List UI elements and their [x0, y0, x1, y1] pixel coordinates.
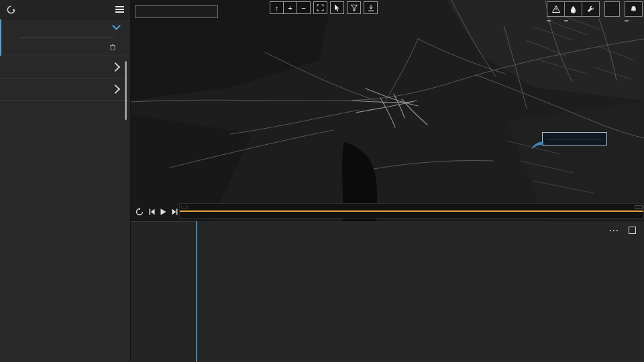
- restart-icon: [136, 208, 144, 216]
- skip-back-button[interactable]: [149, 208, 155, 215]
- sidebar: [0, 0, 131, 362]
- map-background: [131, 0, 644, 221]
- count-indicator[interactable]: [604, 1, 620, 17]
- reset-button[interactable]: [8, 40, 123, 52]
- alert-bar: [547, 1, 643, 17]
- download-icon: [368, 5, 374, 11]
- maximize-panel-icon[interactable]: [629, 227, 636, 234]
- timeline-current-label: [181, 206, 188, 208]
- trash-icon: [110, 44, 115, 50]
- filter-button[interactable]: [347, 1, 361, 14]
- sidebar-header: [0, 0, 130, 19]
- play-button[interactable]: [160, 208, 166, 215]
- site-popup: [542, 132, 607, 145]
- droplet-count-badge: [564, 20, 568, 21]
- maintenance-button[interactable]: [582, 1, 600, 17]
- app-logo-icon: [6, 5, 16, 15]
- timeline: [131, 199, 644, 221]
- fullscreen-button[interactable]: [313, 1, 327, 14]
- map-settings-section: [0, 19, 130, 56]
- restart-button[interactable]: [136, 208, 144, 216]
- panel-menu: [131, 221, 196, 362]
- date-range-section[interactable]: [0, 56, 130, 78]
- main-content: ↑ + −: [131, 0, 644, 362]
- map-toolbar: ↑ + −: [270, 1, 378, 14]
- cursor-icon: [334, 4, 340, 11]
- fullscreen-icon: [317, 4, 324, 11]
- sidebar-scrollbar[interactable]: [125, 61, 127, 120]
- bell-icon: [630, 5, 637, 13]
- warning-count-badge: [547, 20, 551, 21]
- map-key: [135, 5, 218, 18]
- wrench-icon: [587, 5, 594, 13]
- zoom-out-button[interactable]: −: [297, 1, 311, 14]
- play-icon: [160, 208, 166, 215]
- timeline-end-box: [635, 205, 643, 209]
- timeline-track: [180, 210, 643, 212]
- zoom-in-button[interactable]: +: [283, 1, 297, 14]
- warnings-button[interactable]: [547, 1, 565, 17]
- chart-panel: [196, 221, 644, 362]
- timeline-scrubber[interactable]: [179, 203, 644, 219]
- notifications-button[interactable]: [625, 1, 643, 17]
- stacked-area-chart: [213, 256, 629, 327]
- skip-forward-button[interactable]: [172, 208, 178, 215]
- hamburger-menu-icon[interactable]: [115, 6, 124, 13]
- map-canvas[interactable]: ↑ + −: [131, 0, 644, 221]
- chevron-down-icon: [112, 21, 121, 30]
- bottom-panel: [131, 221, 644, 362]
- select-cursor-button[interactable]: [330, 1, 344, 14]
- pan-up-button[interactable]: ↑: [270, 1, 284, 14]
- panel-options-icon[interactable]: [610, 230, 619, 232]
- filter-funnel-icon: [351, 5, 358, 11]
- download-button[interactable]: [364, 1, 378, 14]
- networks-section[interactable]: [0, 78, 130, 101]
- popup-timestamp: [547, 137, 602, 139]
- droplet-icon: [570, 5, 576, 13]
- popup-tail: [531, 140, 543, 149]
- app-window: ↑ + −: [0, 0, 644, 362]
- skip-forward-icon: [172, 208, 178, 215]
- water-alerts-button[interactable]: [564, 1, 582, 17]
- x-axis: [213, 330, 629, 341]
- bell-count-badge: [625, 20, 629, 21]
- chevron-right-icon: [111, 84, 120, 94]
- warning-icon: [552, 5, 560, 13]
- chevron-right-icon: [111, 62, 120, 72]
- skip-back-icon: [149, 208, 155, 215]
- map-settings-header[interactable]: [8, 25, 123, 29]
